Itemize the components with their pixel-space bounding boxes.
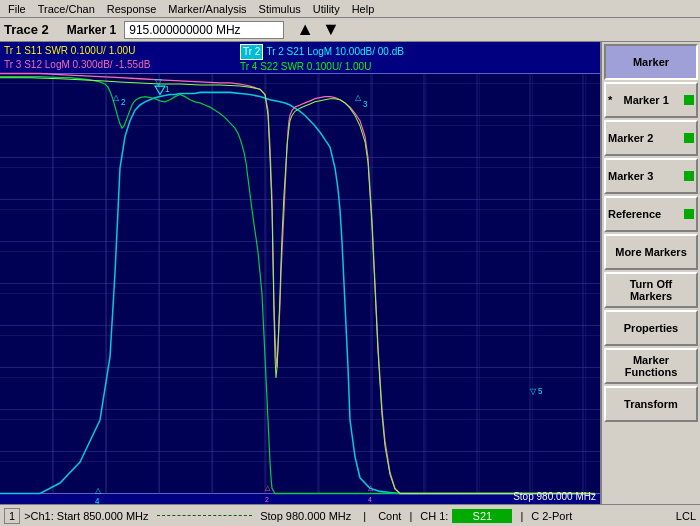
- marker-functions-button[interactable]: Marker Functions: [604, 348, 698, 384]
- marker3-label: Marker 3: [608, 170, 653, 182]
- status-sep1: |: [363, 510, 366, 522]
- menu-utility[interactable]: Utility: [307, 2, 346, 16]
- marker1-label: Marker 1: [624, 94, 669, 106]
- stop-freq: Stop 980.000 MHz: [513, 491, 596, 502]
- asterisk-label: *: [608, 94, 612, 106]
- marker1-button[interactable]: * Marker 1: [604, 82, 698, 118]
- marker1-indicator: [684, 95, 694, 105]
- cont-label: Cont: [378, 510, 401, 522]
- status-bar: 1 >Ch1: Start 850.000 MHz Stop 980.000 M…: [0, 504, 700, 526]
- status-sep2: |: [409, 510, 412, 522]
- svg-text:△: △: [95, 486, 102, 495]
- reference-label: Reference: [608, 208, 661, 220]
- menu-bar: File Trace/Chan Response Marker/Analysis…: [0, 0, 700, 18]
- marker3-button[interactable]: Marker 3: [604, 158, 698, 194]
- more-markers-label: More Markers: [615, 246, 687, 258]
- chart-container: Tr 1 S11 SWR 0.100U/ 1.00U Tr 3 S12 LogM…: [0, 42, 600, 504]
- marker2-button[interactable]: Marker 2: [604, 120, 698, 156]
- svg-text:4: 4: [368, 496, 372, 504]
- turn-off-markers-label: Turn Off Markers: [608, 278, 694, 302]
- chart-number: 1: [4, 508, 20, 524]
- toolbar: Trace 2 Marker 1 915.000000000 MHz ▲ ▼: [0, 18, 700, 42]
- lcl-label: LCL: [676, 510, 696, 522]
- marker2-indicator: [684, 133, 694, 143]
- reference-button[interactable]: Reference: [604, 196, 698, 232]
- svg-text:5: 5: [538, 387, 543, 396]
- freq-line: [157, 515, 253, 516]
- marker-button-label: Marker: [633, 56, 669, 68]
- transform-button[interactable]: Transform: [604, 386, 698, 422]
- menu-help[interactable]: Help: [346, 2, 381, 16]
- marker-label: Marker 1: [67, 23, 116, 37]
- reference-indicator: [684, 209, 694, 219]
- svg-text:△: △: [355, 93, 362, 102]
- chart-svg: ▽ 1 △ 2 △ 3 △ 4 ▽ 5 △ 2 △ 4: [0, 42, 600, 504]
- menu-response[interactable]: Response: [101, 2, 163, 16]
- menu-marker-analysis[interactable]: Marker/Analysis: [162, 2, 252, 16]
- svg-text:▽: ▽: [530, 387, 537, 396]
- svg-text:2: 2: [121, 98, 126, 107]
- right-panel: Marker * Marker 1 Marker 2 Marker 3 Refe…: [600, 42, 700, 504]
- marker-functions-label: Marker Functions: [608, 354, 694, 378]
- menu-file[interactable]: File: [2, 2, 32, 16]
- marker-button[interactable]: Marker: [604, 44, 698, 80]
- svg-text:△: △: [113, 93, 120, 102]
- status-sep3: |: [520, 510, 523, 522]
- properties-label: Properties: [624, 322, 678, 334]
- port-label: C 2-Port: [531, 510, 572, 522]
- ch-label: CH 1:: [420, 510, 448, 522]
- menu-stimulus[interactable]: Stimulus: [253, 2, 307, 16]
- marker3-indicator: [684, 171, 694, 181]
- svg-text:2: 2: [265, 496, 269, 504]
- svg-text:4: 4: [95, 497, 100, 504]
- more-markers-button[interactable]: More Markers: [604, 234, 698, 270]
- marker-value-down[interactable]: ▼: [322, 19, 340, 40]
- stop-freq-label: Stop 980.000 MHz: [260, 510, 351, 522]
- marker-value-box[interactable]: 915.000000000 MHz: [124, 21, 284, 39]
- marker-value-up[interactable]: ▲: [296, 19, 314, 40]
- svg-text:▽: ▽: [155, 77, 162, 87]
- svg-text:3: 3: [363, 100, 368, 109]
- main-content: Tr 1 S11 SWR 0.100U/ 1.00U Tr 3 S12 LogM…: [0, 42, 700, 504]
- properties-button[interactable]: Properties: [604, 310, 698, 346]
- marker2-label: Marker 2: [608, 132, 653, 144]
- trace-label: Trace 2: [4, 22, 49, 37]
- ch-value[interactable]: S21: [452, 509, 512, 523]
- turn-off-markers-button[interactable]: Turn Off Markers: [604, 272, 698, 308]
- transform-label: Transform: [624, 398, 678, 410]
- start-freq-label: >Ch1: Start 850.000 MHz: [24, 510, 148, 522]
- svg-text:1: 1: [165, 85, 170, 94]
- menu-trace-chan[interactable]: Trace/Chan: [32, 2, 101, 16]
